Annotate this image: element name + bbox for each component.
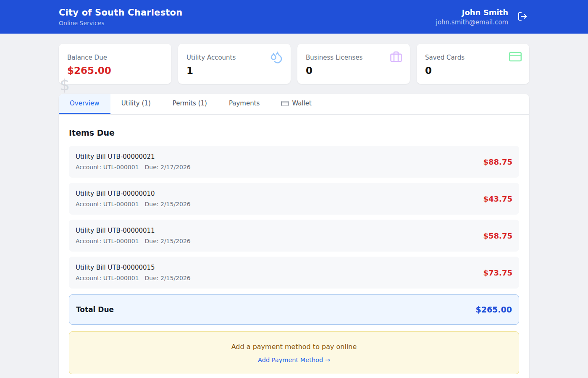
stat-value: 1 (186, 65, 282, 76)
stat-value: $265.00 (67, 65, 163, 76)
user-info: John Smith john.smith@email.com (436, 8, 508, 26)
tab-overview[interactable]: Overview (59, 94, 110, 114)
dollar-icon: $ (60, 76, 70, 94)
item-account: Account: UTL-000001 (76, 275, 139, 281)
stat-card-business-licenses: Business Licenses 0 (297, 44, 410, 84)
logout-icon (517, 11, 528, 23)
page-subtitle: Online Services (59, 20, 182, 26)
item-account: Account: UTL-000001 (76, 238, 139, 244)
total-due-amount: $265.00 (475, 305, 512, 314)
page-title: City of South Charleston (59, 8, 182, 18)
item-title: Utility Bill UTB-00000010 (76, 190, 191, 197)
tab-bar: Overview Utility (1) Permits (1) Payment… (59, 94, 529, 115)
item-due-date: Due: 2/15/2026 (145, 275, 191, 281)
overview-panel: Items Due Utility Bill UTB-00000021 Acco… (59, 115, 529, 378)
payment-method-notice: Add a payment method to pay online Add P… (69, 331, 519, 374)
user-email: john.smith@email.com (436, 18, 508, 26)
stat-value: 0 (425, 65, 521, 76)
stat-label: Balance Due (67, 54, 163, 61)
item-due-date: Due: 2/15/2026 (145, 201, 191, 207)
logout-button[interactable] (516, 10, 529, 24)
item-account: Account: UTL-000001 (76, 164, 139, 171)
droplets-icon (270, 50, 283, 66)
tab-utility[interactable]: Utility (1) (110, 94, 162, 114)
tab-payments[interactable]: Payments (218, 94, 270, 114)
brand-block: City of South Charleston Online Services (59, 8, 182, 26)
item-amount: $88.75 (483, 158, 512, 166)
item-title: Utility Bill UTB-00000011 (76, 227, 191, 234)
item-amount: $58.75 (483, 231, 512, 240)
tab-wallet-label: Wallet (292, 100, 312, 107)
add-payment-method-link[interactable]: Add Payment Method → (258, 357, 330, 363)
item-title: Utility Bill UTB-00000021 (76, 153, 191, 160)
stat-label: Saved Cards (425, 54, 521, 61)
app-header: City of South Charleston Online Services… (0, 0, 588, 34)
total-due-row: Total Due $265.00 (69, 294, 519, 325)
notice-message: Add a payment method to pay online (78, 343, 510, 351)
stat-label: Business Licenses (306, 54, 402, 61)
stat-cards: Balance Due $265.00 $ Utility Accounts 1… (59, 44, 529, 84)
credit-card-icon (509, 50, 522, 65)
item-account: Account: UTL-000001 (76, 201, 139, 207)
user-name: John Smith (436, 8, 508, 17)
stat-value: 0 (306, 65, 402, 76)
item-due-date: Due: 2/15/2026 (145, 238, 191, 244)
stat-label: Utility Accounts (186, 54, 282, 61)
tab-permits[interactable]: Permits (1) (162, 94, 218, 114)
total-due-label: Total Due (76, 305, 114, 314)
stat-card-utility-accounts: Utility Accounts 1 (178, 44, 291, 84)
stat-card-balance-due: Balance Due $265.00 $ (59, 44, 171, 84)
item-row: Utility Bill UTB-00000010 Account: UTL-0… (69, 183, 519, 215)
wallet-card-icon (281, 100, 289, 107)
items-due-heading: Items Due (69, 128, 519, 137)
item-due-date: Due: 2/17/2026 (145, 164, 191, 171)
tab-wallet[interactable]: Wallet (270, 94, 323, 114)
item-row: Utility Bill UTB-00000015 Account: UTL-0… (69, 257, 519, 289)
briefcase-icon (390, 50, 402, 65)
item-row: Utility Bill UTB-00000021 Account: UTL-0… (69, 146, 519, 178)
main-panel: Overview Utility (1) Permits (1) Payment… (59, 94, 529, 378)
item-title: Utility Bill UTB-00000015 (76, 264, 191, 271)
item-row: Utility Bill UTB-00000011 Account: UTL-0… (69, 220, 519, 252)
item-amount: $43.75 (483, 194, 512, 203)
item-amount: $73.75 (483, 268, 512, 277)
stat-card-saved-cards: Saved Cards 0 (417, 44, 529, 84)
